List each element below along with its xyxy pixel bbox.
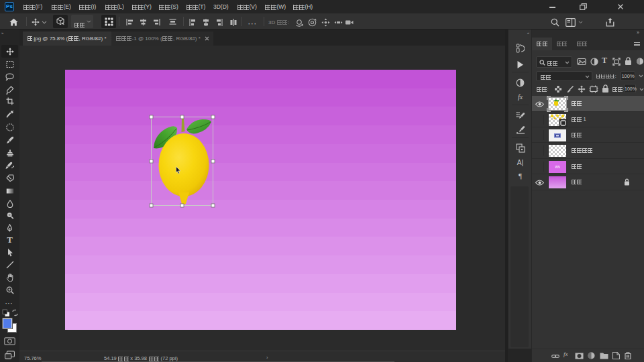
svg-text:WN: WN	[555, 166, 560, 169]
